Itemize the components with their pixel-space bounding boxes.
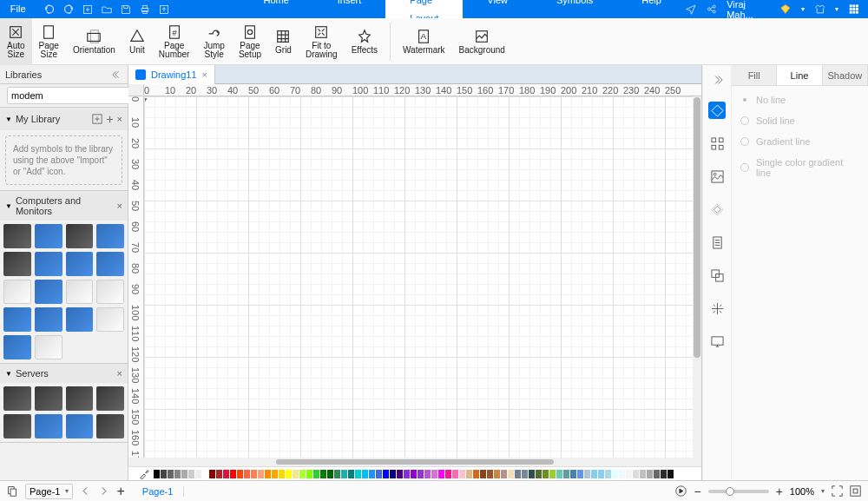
page-tab[interactable]: Page-1 (132, 486, 184, 497)
color-swatch[interactable] (202, 470, 208, 478)
document-tab[interactable]: Drawing11 × (128, 65, 215, 84)
color-swatch[interactable] (542, 470, 549, 478)
opt-single-color-gradient[interactable]: Single color gradient line (740, 157, 859, 178)
color-swatch[interactable] (612, 470, 618, 478)
color-swatch[interactable] (251, 470, 257, 478)
color-swatch[interactable] (293, 470, 299, 478)
prop-tab-page[interactable] (708, 234, 726, 251)
shape-item[interactable] (96, 414, 124, 438)
color-swatch[interactable] (195, 470, 201, 478)
shape-item[interactable] (35, 307, 62, 332)
chevron-down-icon-2[interactable]: ▾ (835, 5, 838, 13)
shape-item[interactable] (3, 224, 31, 248)
page-selector[interactable]: Page-1▾ (25, 484, 73, 499)
color-swatch[interactable] (223, 470, 229, 478)
shape-item[interactable] (66, 252, 94, 276)
prop-tab-layers[interactable] (708, 267, 726, 284)
shape-item[interactable] (96, 252, 124, 276)
ribbon-fit-to-drawing[interactable]: Fit to Drawing (299, 18, 345, 65)
color-swatch[interactable] (654, 470, 660, 478)
ribbon-watermark[interactable]: AWatermark (396, 18, 452, 65)
color-swatch[interactable] (661, 470, 667, 478)
color-swatch[interactable] (438, 470, 444, 478)
color-swatch[interactable] (529, 470, 535, 478)
library-search-input[interactable] (7, 87, 135, 104)
ribbon-orientation[interactable]: Orientation (66, 18, 122, 65)
color-swatch[interactable] (563, 470, 569, 478)
drawing-canvas[interactable] (144, 96, 693, 458)
color-swatch[interactable] (168, 470, 174, 478)
color-swatch[interactable] (556, 470, 562, 478)
import-icon[interactable] (92, 114, 102, 124)
color-swatch[interactable] (272, 470, 278, 478)
new-icon[interactable] (82, 4, 93, 15)
shape-item[interactable] (96, 224, 124, 248)
color-swatch[interactable] (376, 470, 382, 478)
diamond-icon[interactable] (780, 3, 791, 15)
expand-right-icon[interactable] (711, 74, 723, 86)
color-swatch[interactable] (320, 470, 326, 478)
zoom-in-icon[interactable]: + (776, 485, 783, 498)
ribbon-unit[interactable]: Unit (122, 18, 152, 65)
color-swatch[interactable] (619, 470, 625, 478)
ptab-fill[interactable]: Fill (732, 65, 777, 85)
shape-item[interactable] (35, 386, 62, 411)
add-page-icon[interactable]: + (116, 484, 124, 499)
prop-tab-slideshow[interactable] (708, 333, 726, 350)
undo-icon[interactable] (44, 4, 55, 15)
color-swatch[interactable] (341, 470, 347, 478)
color-swatch[interactable] (369, 470, 375, 478)
collapse-left-icon[interactable] (112, 69, 122, 80)
prev-page-icon[interactable] (80, 485, 91, 497)
shape-item[interactable] (35, 252, 62, 276)
color-swatch[interactable] (230, 470, 236, 478)
shape-item[interactable] (66, 307, 94, 332)
apps-icon[interactable] (849, 3, 859, 15)
color-swatch[interactable] (258, 470, 264, 478)
add-icon[interactable]: + (106, 112, 113, 126)
color-swatch[interactable] (362, 470, 368, 478)
horizontal-scrollbar[interactable] (276, 459, 554, 465)
ptab-line[interactable]: Line (777, 65, 822, 85)
shape-item[interactable] (3, 252, 31, 276)
color-swatch[interactable] (522, 470, 528, 478)
eyedropper-icon[interactable] (139, 469, 149, 479)
shape-item[interactable] (96, 307, 124, 332)
color-swatch[interactable] (536, 470, 542, 478)
color-swatch[interactable] (299, 470, 306, 478)
play-icon[interactable] (675, 485, 687, 497)
zoom-slider[interactable] (708, 490, 769, 493)
color-swatch[interactable] (209, 470, 215, 478)
color-swatch[interactable] (466, 470, 472, 478)
color-swatch[interactable] (487, 470, 493, 478)
color-swatch[interactable] (154, 470, 160, 478)
shape-item[interactable] (3, 386, 31, 411)
color-swatch[interactable] (640, 470, 646, 478)
shape-item[interactable] (3, 335, 31, 359)
color-swatch[interactable] (188, 470, 194, 478)
open-icon[interactable] (102, 4, 112, 15)
color-swatch[interactable] (404, 470, 410, 478)
opt-gradient-line[interactable]: Gradient line (740, 136, 859, 147)
color-swatch[interactable] (605, 470, 611, 478)
color-swatch[interactable] (598, 470, 604, 478)
color-swatch[interactable] (244, 470, 250, 478)
color-swatch[interactable] (327, 470, 333, 478)
color-swatch[interactable] (549, 470, 556, 478)
color-swatch[interactable] (431, 470, 437, 478)
prop-tab-layout[interactable] (708, 135, 726, 152)
redo-icon[interactable] (63, 4, 74, 15)
share-icon[interactable] (707, 3, 717, 15)
shape-item[interactable] (35, 280, 62, 304)
ptab-shadow[interactable]: Shadow (823, 65, 868, 85)
prop-tab-link[interactable] (708, 201, 726, 218)
color-swatch[interactable] (445, 470, 451, 478)
ribbon-jump-style[interactable]: Jump Style (196, 18, 231, 65)
section-header-my-library[interactable]: ▼ My Library + × (0, 108, 128, 130)
color-swatch[interactable] (633, 470, 639, 478)
zoom-knob[interactable] (726, 487, 734, 496)
shape-item[interactable] (96, 386, 124, 411)
color-swatch[interactable] (667, 470, 674, 478)
ribbon-grid[interactable]: Grid (268, 18, 299, 65)
color-swatch[interactable] (313, 470, 319, 478)
